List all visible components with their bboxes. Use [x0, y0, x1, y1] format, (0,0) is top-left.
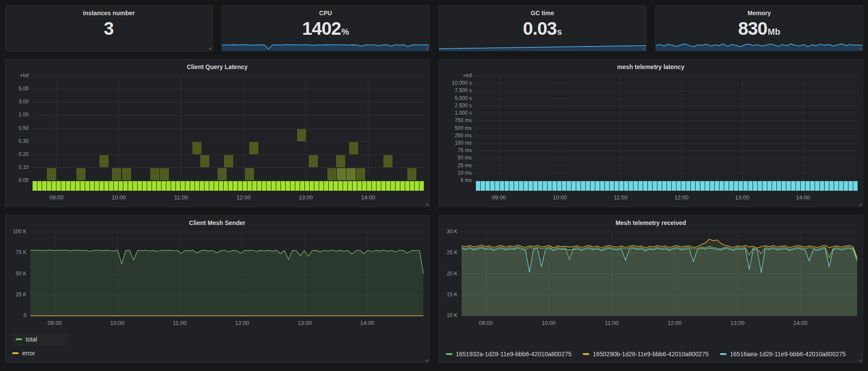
legend-item-total[interactable]: total — [12, 333, 68, 345]
x-axis-tick-label: 12:00 — [674, 194, 689, 201]
x-axis-tick-label: 14:00 — [796, 194, 810, 201]
legend-item-1651932a[interactable]: 1651932a-1d28-11e9-bbb6-42010a800275 — [446, 351, 572, 358]
y-axis-tick-label: +Inf — [8, 73, 29, 79]
y-axis-tick-label: 1.000 s — [442, 110, 472, 116]
grafana-dashboard: instances number 3 CPU 1402% GC time 0.0… — [0, 0, 868, 368]
y-axis-tick-label: 5 ms — [442, 177, 472, 183]
y-axis-tick-label: 0.20 — [8, 151, 29, 157]
panel-title-client-query-latency[interactable]: Client Query Latency — [5, 60, 429, 73]
panel-resize-handle[interactable] — [208, 47, 211, 50]
heatmap-cell — [224, 155, 233, 167]
x-axis-tick-label: 14:00 — [361, 194, 376, 201]
panel-cpu: CPU 1402% — [221, 5, 429, 51]
y-axis-tick-label: +Inf — [442, 73, 472, 79]
legend-label-error: error — [22, 350, 35, 357]
heatmap-cell — [407, 168, 416, 180]
heatmap-cell — [218, 168, 227, 180]
legend-label-16516aea: 16516aea-1d28-11e9-bbb6-42010a800275 — [730, 351, 846, 358]
y-axis-tick-label: 3.00 — [8, 99, 29, 105]
x-axis-tick-label: 13:00 — [299, 194, 313, 201]
y-axis-tick-label: 50 ms — [442, 155, 472, 161]
panel-title-instances-number[interactable]: instances number — [5, 6, 212, 19]
heatmap-bottom-bar — [476, 181, 858, 191]
heatmap-cell — [192, 142, 201, 154]
x-axis-tick-label: 10:00 — [110, 320, 125, 326]
panel-title-cpu[interactable]: CPU — [222, 6, 429, 19]
y-axis-tick-label: 750 ms — [442, 117, 472, 123]
y-axis-tick-label: 7.500 s — [442, 87, 472, 93]
y-axis-tick-label: 0.05 — [8, 177, 29, 183]
y-axis-tick-label: 75 ms — [442, 147, 472, 153]
y-axis-tick-label: 500 ms — [442, 125, 472, 131]
heatmap-cell — [337, 168, 346, 180]
panel-resize-handle[interactable] — [426, 203, 428, 205]
y-axis-tick-label: 1.00 — [8, 112, 29, 118]
stats-row: instances number 3 CPU 1402% GC time 0.0… — [5, 5, 863, 51]
panel-title-mesh-telemetry-latency[interactable]: mesh telemetry latency — [439, 60, 863, 73]
heatmap-cell — [356, 168, 365, 180]
y-axis-tick-label: 25 ms — [442, 162, 472, 169]
y-axis-tick-label: 25 K — [442, 249, 458, 255]
panel-gc-time: GC time 0.03s — [439, 5, 647, 51]
panel-client-mesh-sender: Client Mesh Sender 100 K75 K50 K25 K009:… — [5, 215, 430, 363]
timeseries-plot — [8, 229, 427, 328]
mesh-telemetry-received-chart[interactable]: 30 K25 K20 K15 K10 K09:0010:0011:0012:00… — [442, 229, 861, 328]
x-axis-tick-label: 09:00 — [48, 320, 62, 326]
panel-memory: Memory 830Mb — [655, 5, 863, 51]
legend-swatch-1651932a — [446, 353, 452, 355]
y-axis-tick-label: 75 K — [8, 249, 26, 255]
legend-item-16516aea[interactable]: 16516aea-1d28-11e9-bbb6-42010a800275 — [720, 351, 846, 358]
panel-title-client-mesh-sender[interactable]: Client Mesh Sender — [5, 215, 429, 229]
panel-title-memory[interactable]: Memory — [656, 6, 863, 19]
timeseries-row: Client Mesh Sender 100 K75 K50 K25 K009:… — [5, 215, 863, 363]
y-axis-tick-label: 50 K — [8, 271, 26, 277]
mesh-telemetry-latency-heatmap[interactable]: +Inf10.000 s7.500 s5.000 s2.500 s1.000 s… — [442, 73, 861, 203]
y-axis-tick-label: 250 ms — [442, 132, 472, 139]
x-axis-tick-label: 11:00 — [614, 194, 628, 201]
panel-title-mesh-telemetry-received[interactable]: Mesh telemetry received — [439, 215, 863, 229]
legend-swatch-1650290b — [583, 353, 589, 355]
legend-label-1651932a: 1651932a-1d28-11e9-bbb6-42010a800275 — [456, 351, 572, 358]
panel-resize-handle[interactable] — [426, 47, 428, 50]
y-axis-tick-label: 0 — [8, 312, 26, 318]
stat-value-cpu: 1402 — [302, 18, 341, 39]
legend-item-1650290b[interactable]: 1650290b-1d28-11e9-bbb6-42010a800275 — [583, 351, 709, 358]
y-axis-tick-label: 5.000 s — [442, 95, 472, 101]
y-axis-tick-label: 15 K — [442, 292, 458, 298]
panel-mesh-telemetry-latency: mesh telemetry latency +Inf10.000 s7.500… — [439, 59, 864, 207]
timeseries-plot — [442, 229, 861, 328]
panel-resize-handle[interactable] — [859, 359, 861, 361]
panel-resize-handle[interactable] — [642, 47, 645, 50]
x-axis-tick-label: 10:00 — [553, 194, 567, 201]
panel-title-gc-time[interactable]: GC time — [439, 6, 646, 19]
gc-time-sparkline — [439, 40, 646, 51]
heatmap-cell — [245, 168, 254, 180]
y-axis-tick-label: 5.00 — [8, 86, 29, 92]
client-mesh-sender-legend: totalerror — [12, 333, 425, 361]
y-axis-tick-label: 0.10 — [8, 164, 29, 170]
y-axis-tick-label: 0.30 — [8, 138, 29, 144]
y-axis-tick-label: 2.500 s — [442, 103, 472, 109]
heatmap-cell — [112, 168, 121, 180]
stat-value-row: 830Mb — [656, 19, 863, 43]
cpu-sparkline — [222, 40, 429, 51]
heatmap-cell — [200, 155, 209, 167]
heatmap-cell — [122, 168, 131, 180]
heatmap-cell — [297, 129, 306, 141]
x-axis-tick-label: 11:00 — [174, 194, 188, 201]
x-axis-tick-label: 12:00 — [235, 320, 250, 326]
legend-label-1650290b: 1650290b-1d28-11e9-bbb6-42010a800275 — [593, 351, 709, 358]
stat-value-row: 3 — [5, 19, 212, 43]
panel-resize-handle[interactable] — [426, 359, 428, 361]
y-axis-tick-label: 10.000 s — [442, 80, 472, 86]
x-axis-tick-label: 13:00 — [297, 320, 312, 326]
panel-resize-handle[interactable] — [859, 203, 861, 205]
y-axis-tick-label: 10 ms — [442, 170, 472, 176]
legend-item-error[interactable]: error — [12, 350, 35, 357]
x-axis-tick-label: 10:00 — [542, 320, 556, 326]
client-mesh-sender-chart[interactable]: 100 K75 K50 K25 K009:0010:0011:0012:0013… — [8, 229, 427, 328]
stat-unit-gc-time: s — [557, 27, 562, 36]
panel-resize-handle[interactable] — [859, 47, 861, 50]
client-query-latency-heatmap[interactable]: +Inf5.003.001.000.500.300.200.100.0509:0… — [8, 73, 427, 203]
heatmap-cell — [150, 168, 159, 180]
